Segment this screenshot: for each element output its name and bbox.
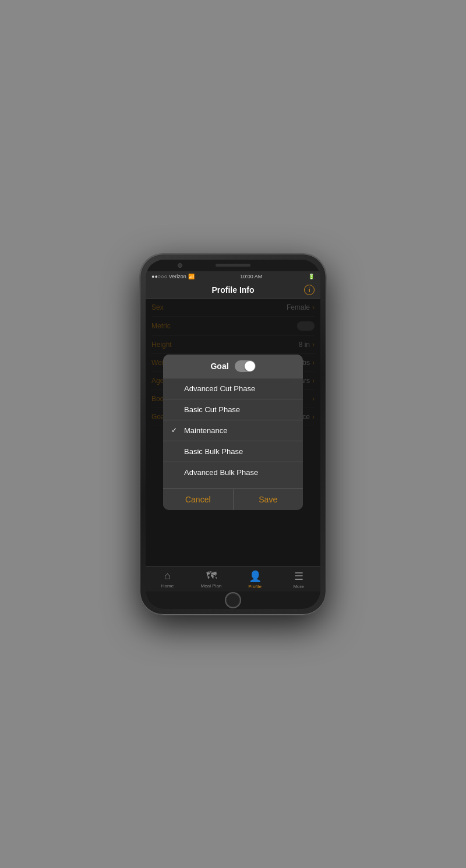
option-advanced-cut-label: Advanced Cut Phase	[184, 384, 255, 393]
status-left: ●●○○○ Verizon 📶	[151, 274, 195, 279]
meal-plan-label: Meal Plan	[201, 583, 222, 589]
option-maintenance-label: Maintenance	[184, 426, 227, 435]
option-basic-bulk[interactable]: Basic Bulk Phase	[163, 441, 303, 462]
dialog-header: Goal	[163, 355, 303, 378]
tab-home[interactable]: ⌂ Home	[146, 570, 189, 589]
dialog-actions: Cancel Save	[163, 488, 303, 510]
nav-bar: Profile Info i	[146, 282, 320, 299]
toggle-knob	[245, 361, 255, 371]
status-bar: ●●○○○ Verizon 📶 10:00 AM 🔋	[146, 271, 320, 282]
option-basic-bulk-label: Basic Bulk Phase	[184, 447, 243, 456]
option-maintenance[interactable]: ✓ Maintenance	[163, 420, 303, 441]
option-advanced-cut[interactable]: Advanced Cut Phase	[163, 378, 303, 399]
phone-device: ●●○○○ Verizon 📶 10:00 AM 🔋 Profile Info …	[140, 254, 326, 615]
nav-title: Profile Info	[211, 285, 254, 295]
profile-icon: 👤	[249, 570, 262, 583]
option-basic-cut[interactable]: Basic Cut Phase	[163, 399, 303, 420]
checkmark-maintenance: ✓	[171, 426, 179, 434]
wifi-icon: 📶	[188, 274, 195, 279]
more-icon: ☰	[294, 570, 303, 583]
home-icon: ⌂	[164, 570, 171, 582]
tab-profile[interactable]: 👤 Profile	[233, 570, 277, 589]
goal-dialog: Goal Advanced Cut Phase Basi	[163, 355, 303, 510]
tab-bar: ⌂ Home 🗺 Meal Plan 👤 Profile ☰ More	[146, 566, 320, 591]
option-advanced-bulk[interactable]: Advanced Bulk Phase	[163, 462, 303, 483]
status-right: 🔋	[308, 274, 315, 279]
info-button[interactable]: i	[304, 285, 315, 295]
profile-label: Profile	[248, 584, 262, 589]
screen-content: Sex Female › Metric Height 8 in ›	[146, 299, 320, 566]
cancel-button[interactable]: Cancel	[163, 489, 234, 510]
speaker	[216, 264, 250, 267]
home-button[interactable]	[225, 592, 241, 608]
status-time: 10:00 AM	[240, 274, 262, 279]
save-button[interactable]: Save	[234, 489, 303, 510]
dialog-overlay: Goal Advanced Cut Phase Basi	[146, 299, 320, 566]
goal-options-list: Advanced Cut Phase Basic Cut Phase ✓ Mai…	[163, 378, 303, 483]
tab-more[interactable]: ☰ More	[277, 570, 320, 589]
dialog-title: Goal	[210, 362, 228, 371]
option-advanced-bulk-label: Advanced Bulk Phase	[184, 468, 258, 477]
dialog-header-toggle[interactable]	[235, 360, 256, 372]
meal-plan-icon: 🗺	[206, 570, 217, 582]
battery-icon: 🔋	[308, 274, 315, 279]
home-button-area	[146, 591, 320, 609]
tab-meal-plan[interactable]: 🗺 Meal Plan	[189, 570, 233, 589]
more-label: More	[293, 584, 303, 589]
phone-screen: ●●○○○ Verizon 📶 10:00 AM 🔋 Profile Info …	[146, 260, 320, 609]
phone-notch	[146, 260, 320, 271]
camera	[178, 263, 182, 268]
carrier-text: ●●○○○ Verizon	[151, 274, 186, 279]
home-label: Home	[161, 583, 174, 589]
option-basic-cut-label: Basic Cut Phase	[184, 405, 240, 414]
